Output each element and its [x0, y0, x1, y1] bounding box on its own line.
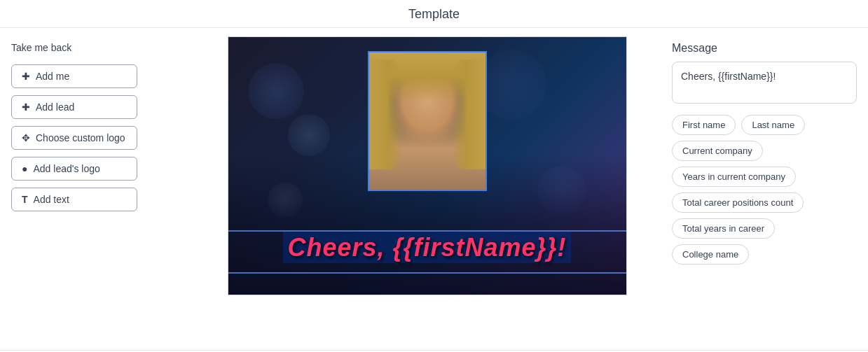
tag-total-career-positions[interactable]: Total career positions count [672, 192, 804, 213]
message-label: Message [672, 42, 857, 55]
add-me-button[interactable]: ✚ Add me [11, 64, 137, 88]
left-panel: Take me back ✚ Add me ✚ Add lead ✥ Choos… [11, 36, 193, 211]
add-me-label: Add me [36, 71, 69, 82]
title-text: Template [408, 7, 460, 21]
add-leads-logo-icon: ● [22, 163, 27, 174]
tags-container: First name Last name Current company Yea… [672, 115, 857, 265]
tag-years-current-company[interactable]: Years in current company [672, 167, 796, 187]
decoration-line-bottom [228, 272, 626, 274]
choose-logo-label: Choose custom logo [36, 132, 125, 143]
tag-current-company[interactable]: Current company [672, 141, 763, 161]
main-layout: Take me back ✚ Add me ✚ Add lead ✥ Choos… [0, 28, 868, 350]
add-leads-logo-button[interactable]: ● Add lead's logo [11, 157, 137, 181]
action-buttons: ✚ Add me ✚ Add lead ✥ Choose custom logo… [11, 64, 193, 211]
add-lead-button[interactable]: ✚ Add lead [11, 95, 137, 119]
choose-logo-button[interactable]: ✥ Choose custom logo [11, 126, 137, 150]
take-me-back-link[interactable]: Take me back [11, 42, 193, 53]
add-text-button[interactable]: T Add text [11, 188, 137, 211]
bokeh-decoration [248, 63, 304, 119]
canvas-area: Cheers, {{firstName}}! [193, 36, 661, 295]
tag-college-name[interactable]: College name [672, 244, 749, 265]
add-lead-icon: ✚ [22, 101, 30, 113]
add-text-label: Add text [34, 194, 69, 205]
profile-placeholder [369, 52, 485, 190]
add-lead-label: Add lead [36, 101, 74, 113]
canvas-background: Cheers, {{firstName}}! [228, 37, 626, 295]
overlay-text: Cheers, {{firstName}}! [283, 232, 570, 263]
add-text-icon: T [22, 194, 28, 205]
bokeh-decoration [288, 114, 330, 156]
tag-last-name[interactable]: Last name [741, 115, 805, 135]
hair-side-right [450, 59, 485, 169]
choose-logo-icon: ✥ [22, 132, 30, 143]
profile-image-box [368, 51, 487, 191]
overlay-text-container: Cheers, {{firstName}}! [228, 229, 626, 267]
template-canvas: Cheers, {{firstName}}! [228, 36, 627, 295]
add-leads-logo-label: Add lead's logo [33, 163, 99, 174]
hair-side-left [369, 59, 404, 169]
add-me-icon: ✚ [22, 71, 30, 82]
page-title: Template [0, 0, 868, 28]
right-panel: Message Cheers, {{firstName}}! First nam… [661, 36, 857, 265]
message-input[interactable]: Cheers, {{firstName}}! [672, 62, 857, 104]
tag-first-name[interactable]: First name [672, 115, 736, 135]
bokeh-decoration [476, 50, 546, 120]
tag-total-years-career[interactable]: Total years in career [672, 218, 775, 239]
